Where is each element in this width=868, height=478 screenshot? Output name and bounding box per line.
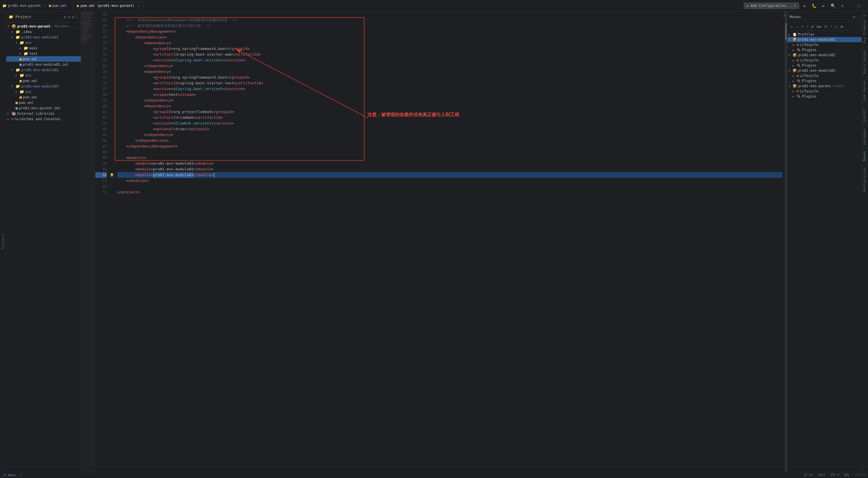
- encoding[interactable]: UTF-8: [830, 473, 839, 477]
- maven-item-plugins-parent[interactable]: ▶ 🔌 Plugins: [787, 94, 862, 99]
- tab-database[interactable]: Database: [862, 125, 868, 148]
- git-branch[interactable]: ⎇ main: [2, 473, 16, 477]
- tree-item-pom01[interactable]: ■ pom.xml: [6, 56, 81, 62]
- tree-item-src03[interactable]: ▶ 📁 src: [6, 89, 81, 94]
- tab-maven[interactable]: Maven: [862, 148, 868, 164]
- editor-area: ✓ 24 25 26 27 28 29 30 31 32 33 34 35 36…: [81, 11, 787, 472]
- tree-item-pom03[interactable]: ■ pom.xml: [6, 94, 81, 100]
- tree-item-test[interactable]: ▶ 📁 test: [6, 51, 81, 56]
- line-endings[interactable]: CRLF: [818, 473, 826, 477]
- title-bar: 📁 pro01-mvn-parent › ■ pom.xml ■ pom.xml…: [0, 0, 868, 11]
- maven-circle-btn[interactable]: ○: [834, 24, 838, 29]
- maven-item-lifecycle-parent[interactable]: ▶ ⚙ Lifecycle: [787, 89, 862, 94]
- run-btn[interactable]: ▶: [803, 3, 807, 9]
- lifecycle-icon-parent: ⚙: [797, 89, 799, 93]
- src-folder-icon: 📁: [20, 40, 24, 45]
- maven-panel-tools: ⚙ —: [853, 14, 859, 19]
- maven-item-plugins03[interactable]: ▶ 🔌 Plugins: [787, 78, 862, 84]
- tree-item-iml01[interactable]: ■ pro01-mvn-module01.iml: [6, 62, 81, 67]
- tree-item-pom02[interactable]: ■ pom.xml: [6, 78, 81, 84]
- tab-close-btn[interactable]: ×: [137, 4, 139, 7]
- maven-item-lifecycle01[interactable]: ▶ ⚙ Lifecycle: [787, 42, 862, 47]
- lang-indicator[interactable]: XML: [844, 473, 849, 477]
- maven-minimize-btn[interactable]: —: [857, 14, 859, 19]
- search-everywhere-btn[interactable]: 🔍: [830, 3, 837, 9]
- maven-item-module02[interactable]: ▼ 📦 pro01-mvn-module02: [787, 53, 862, 58]
- module-icon: 📦: [11, 24, 16, 28]
- maven-download-btn[interactable]: ⇩: [795, 24, 799, 29]
- code-line-34: <dependency>: [117, 69, 782, 74]
- code-line-36: <artifactId>spring-boot-starter-test</ar…: [117, 80, 782, 86]
- tree-item-module02[interactable]: ▼ 📁 pro01-mvn-module02: [6, 67, 81, 72]
- tree-label: pro01-mvn-parent.iml: [19, 106, 61, 110]
- code-line-39: </dependency>: [117, 98, 782, 103]
- line-numbers: 24 25 26 27 28 29 30 31 32 33 34 35 36 3…: [95, 11, 109, 472]
- tree-label: src: [25, 41, 32, 45]
- xml-file-icon: ■: [16, 100, 18, 105]
- maximize-btn[interactable]: □: [857, 3, 861, 9]
- maven-lightning-btn[interactable]: ⚡: [829, 24, 833, 29]
- maven-item-lifecycle03[interactable]: ▶ ⚙ Lifecycle: [787, 73, 862, 78]
- tree-item-scratches[interactable]: ▶ ✎ Scratches and Consoles: [6, 116, 81, 122]
- tab-json-parser[interactable]: Json Parser: [862, 76, 868, 105]
- maven-item-module01[interactable]: ▼ 📦 pro01-mvn-module01: [787, 37, 862, 42]
- minimize-btn[interactable]: —: [848, 3, 853, 9]
- maven-item-plugins02[interactable]: ▶ 🔌 Plugins: [787, 63, 862, 68]
- tree-arrow: ▼: [11, 36, 16, 39]
- tab-key-promoter[interactable]: Key Promoter X: [862, 11, 868, 46]
- lifecycle-icon3: ⚙: [797, 74, 799, 78]
- run-config-dropdown[interactable]: ▶ Add Configuration... ▾: [744, 3, 799, 9]
- gear-icon[interactable]: ⚙: [72, 14, 74, 19]
- tree-label: pro01-mvn-module03: [21, 84, 59, 88]
- bulb-icon[interactable]: 💡: [110, 173, 114, 177]
- maven-item-module03[interactable]: ▼ 📦 pro01-mvn-module03: [787, 68, 862, 73]
- tree-item-pro01-mvn-parent[interactable]: ▼ 📦 pro01-mvn-parent ~/Documen...: [6, 24, 81, 29]
- maven-item-profiles[interactable]: ▶ 📋 Profiles: [787, 32, 862, 37]
- maven-item-lifecycle02[interactable]: ▶ ⚙ Lifecycle: [787, 58, 862, 63]
- maven-item-parent-root[interactable]: ▼ 📦 pro01-mvn-parent (root): [787, 84, 862, 89]
- tab-redis-helper[interactable]: Redis Helper: [862, 46, 868, 76]
- maven-item-plugins01[interactable]: ▶ 🔌 Plugins: [787, 47, 862, 53]
- tab-chatgpt[interactable]: ChatGPT: [862, 105, 868, 126]
- maven-skip-btn[interactable]: ▶▶: [816, 24, 823, 29]
- tree-item-ext-libs[interactable]: ▶ 📚 External Libraries: [6, 111, 81, 116]
- collapse-all-btn[interactable]: ⊖: [68, 14, 70, 19]
- maven-refresh-btn[interactable]: ↻: [789, 24, 794, 29]
- tree-item-module03[interactable]: ▼ 📁 pro01-mvn-module03: [6, 84, 81, 89]
- maven-m-btn[interactable]: m: [824, 24, 828, 29]
- lifecycle-icon2: ⚙: [797, 58, 799, 62]
- maven-add-btn[interactable]: +: [805, 24, 809, 29]
- settings-btn[interactable]: ⚙: [840, 3, 845, 9]
- tree-item-pom-parent[interactable]: ■ pom.xml: [6, 100, 81, 105]
- coverage-btn[interactable]: ▶: [821, 3, 826, 9]
- tree-item-src01[interactable]: ▼ 📁 src: [6, 40, 81, 45]
- maven-filled-circle-btn[interactable]: ◉: [840, 24, 844, 29]
- maven-run-btn[interactable]: ▶: [811, 24, 815, 29]
- scrollbar-vertical[interactable]: [785, 11, 787, 472]
- code-line-50: <module>pro01-mvn-module01</module>: [117, 161, 782, 166]
- project-sidebar-label[interactable]: Project: [0, 11, 6, 472]
- code-line-24: [117, 11, 782, 17]
- tree-item-module01[interactable]: ▼ 📁 pro01-mvn-module01: [6, 34, 81, 40]
- close-panel-btn[interactable]: —: [76, 14, 79, 19]
- maven-label-lifecycle01: Lifecycle: [800, 43, 818, 47]
- expand-all-btn[interactable]: ⊕: [63, 14, 66, 19]
- maven-download2-btn[interactable]: ⬇: [800, 24, 804, 29]
- maven-panel-title: Maven: [789, 14, 801, 19]
- editor-tab-pom[interactable]: ■ pom.xml (pro01-mvn-parent) ×: [72, 2, 143, 9]
- tab-rest-services[interactable]: RestServices: [862, 164, 868, 194]
- tree-item-idea[interactable]: ▶ 📁 .idea: [6, 29, 81, 34]
- tree-item-main[interactable]: ▶ 📁 main: [6, 45, 81, 51]
- tree-item-iml-parent[interactable]: ■ pro01-mvn-parent.iml: [6, 105, 81, 111]
- breadcrumb-file[interactable]: ■ pom.xml: [49, 4, 67, 8]
- maven-label-plugins-parent: Plugins: [802, 94, 817, 98]
- xml-file-icon: ■: [20, 57, 22, 61]
- debug-btn[interactable]: 🐛: [811, 3, 818, 9]
- maven-settings-btn[interactable]: ⚙: [853, 14, 855, 19]
- folder-icon: 📁: [20, 73, 24, 77]
- minimap: [81, 11, 95, 472]
- maven-label-module03: pro01-mvn-module03: [798, 69, 835, 72]
- tree-item-src02[interactable]: ▶ 📁 src: [6, 72, 81, 78]
- breadcrumb-project[interactable]: 📁 pro01-mvn-parent: [2, 4, 41, 8]
- code-view[interactable]: 注意：被管理的依赖并没有真正被引入到工程 <!-- 使用dependencyMa…: [115, 11, 785, 472]
